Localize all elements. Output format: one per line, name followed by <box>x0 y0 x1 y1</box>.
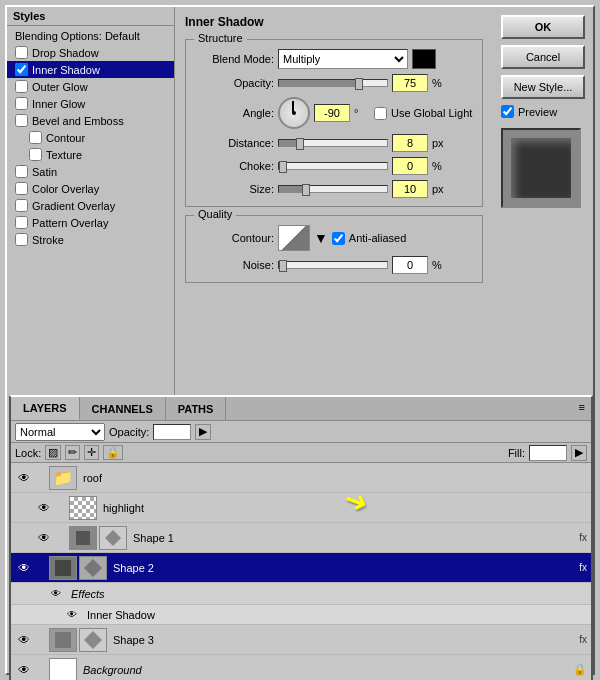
panel-menu-button[interactable]: ≡ <box>573 397 591 420</box>
layer-row-shape3[interactable]: 👁 Shape 3 fx <box>11 625 591 655</box>
drop-shadow-checkbox[interactable] <box>15 46 28 59</box>
cancel-button[interactable]: Cancel <box>501 45 585 69</box>
outer-glow-checkbox[interactable] <box>15 80 28 93</box>
pattern-overlay-checkbox[interactable] <box>15 216 28 229</box>
noise-input[interactable]: 0 <box>392 256 428 274</box>
eye-icon-highlight[interactable]: 👁 <box>35 499 53 517</box>
style-item-blending[interactable]: Blending Options: Default <box>7 28 174 44</box>
eye-icon-shape3[interactable]: 👁 <box>15 631 33 649</box>
eye-icon-inner-shadow-effect[interactable]: 👁 <box>63 606 81 624</box>
anti-aliased-checkbox[interactable] <box>332 232 345 245</box>
fill-input[interactable]: 100% <box>529 445 567 461</box>
style-item-stroke[interactable]: Stroke <box>7 231 174 248</box>
choke-thumb[interactable] <box>279 161 287 173</box>
style-item-gradient-overlay[interactable]: Gradient Overlay <box>7 197 174 214</box>
new-style-button[interactable]: New Style... <box>501 75 585 99</box>
style-item-satin[interactable]: Satin <box>7 163 174 180</box>
layers-blend-mode-select[interactable]: Normal <box>15 423 105 441</box>
eye-icon-background[interactable]: 👁 <box>15 661 33 679</box>
chain-shape1 <box>55 529 67 547</box>
lock-paint-btn[interactable]: ✏ <box>65 445 80 460</box>
opacity-slider[interactable] <box>278 79 388 87</box>
svg-rect-0 <box>76 531 90 545</box>
chain-shape3 <box>35 631 47 649</box>
section-title: Inner Shadow <box>185 15 483 29</box>
noise-thumb[interactable] <box>279 260 287 272</box>
style-item-contour[interactable]: Contour <box>7 129 174 146</box>
stroke-checkbox[interactable] <box>15 233 28 246</box>
preview-checkbox[interactable] <box>501 105 514 118</box>
layer-row-highlight[interactable]: 👁 highlight <box>11 493 591 523</box>
layers-list: 👁 📁 roof 👁 highlight 👁 <box>11 463 591 680</box>
contour-label: Contour: <box>194 232 274 244</box>
texture-checkbox[interactable] <box>29 148 42 161</box>
lock-position-btn[interactable]: ✛ <box>84 445 99 460</box>
angle-dial[interactable] <box>278 97 310 129</box>
angle-input[interactable]: -90 <box>314 104 350 122</box>
use-global-light-checkbox[interactable] <box>374 107 387 120</box>
lock-transparency-btn[interactable]: ▨ <box>45 445 61 460</box>
opacity-toolbar-input[interactable]: 100% <box>153 424 191 440</box>
style-item-color-overlay[interactable]: Color Overlay <box>7 180 174 197</box>
size-slider[interactable] <box>278 185 388 193</box>
style-item-drop-shadow[interactable]: Drop Shadow <box>7 44 174 61</box>
tab-paths[interactable]: PATHS <box>166 397 227 420</box>
layer-row-effects[interactable]: 👁 Effects <box>11 583 591 605</box>
style-item-pattern-overlay[interactable]: Pattern Overlay <box>7 214 174 231</box>
blend-color-swatch[interactable] <box>412 49 436 69</box>
thumb-shape3-mask <box>79 628 107 652</box>
tab-layers[interactable]: LAYERS <box>11 397 80 420</box>
layer-row-background[interactable]: 👁 Background 🔒 <box>11 655 591 680</box>
layers-tabs: LAYERS CHANNELS PATHS ≡ <box>11 397 591 421</box>
layer-row-shape2[interactable]: 👁 Shape 2 fx <box>11 553 591 583</box>
style-item-inner-shadow[interactable]: Inner Shadow <box>7 61 174 78</box>
eye-icon-roof[interactable]: 👁 <box>15 469 33 487</box>
opacity-stepper[interactable]: ▶ <box>195 424 211 440</box>
layer-row-roof[interactable]: 👁 📁 roof <box>11 463 591 493</box>
style-item-outer-glow[interactable]: Outer Glow <box>7 78 174 95</box>
use-global-light-label: Use Global Light <box>391 107 472 119</box>
contour-checkbox[interactable] <box>29 131 42 144</box>
contour-dropdown-arrow[interactable]: ▼ <box>314 230 328 246</box>
style-item-inner-glow[interactable]: Inner Glow <box>7 95 174 112</box>
opacity-label: Opacity: <box>194 77 274 89</box>
eye-icon-shape2[interactable]: 👁 <box>15 559 33 577</box>
distance-unit: px <box>432 137 448 149</box>
size-row: Size: 10 px <box>194 180 474 198</box>
blend-mode-select[interactable]: Multiply Normal Screen Overlay <box>278 49 408 69</box>
size-thumb[interactable] <box>302 184 310 196</box>
bevel-emboss-checkbox[interactable] <box>15 114 28 127</box>
ok-button[interactable]: OK <box>501 15 585 39</box>
noise-slider[interactable] <box>278 261 388 269</box>
inner-glow-checkbox[interactable] <box>15 97 28 110</box>
opacity-thumb[interactable] <box>355 78 363 90</box>
eye-icon-shape1[interactable]: 👁 <box>35 529 53 547</box>
satin-checkbox[interactable] <box>15 165 28 178</box>
style-item-texture[interactable]: Texture <box>7 146 174 163</box>
distance-label: Distance: <box>194 137 274 149</box>
fill-stepper[interactable]: ▶ <box>571 445 587 461</box>
gradient-overlay-checkbox[interactable] <box>15 199 28 212</box>
opacity-input[interactable]: 75 <box>392 74 428 92</box>
thumb-shape2-layer <box>49 556 77 580</box>
eye-icon-effects[interactable]: 👁 <box>47 585 65 603</box>
thumb-roof: 📁 <box>49 466 77 490</box>
distance-thumb[interactable] <box>296 138 304 150</box>
svg-marker-3 <box>84 559 102 577</box>
lock-all-btn[interactable]: 🔒 <box>103 445 123 460</box>
distance-slider[interactable] <box>278 139 388 147</box>
size-input[interactable]: 10 <box>392 180 428 198</box>
contour-preview[interactable] <box>278 225 310 251</box>
choke-input[interactable]: 0 <box>392 157 428 175</box>
angle-unit: ° <box>354 107 370 119</box>
shape1-mask-icon <box>102 527 124 549</box>
angle-row: Angle: -90 ° Use Global Light <box>194 97 474 129</box>
style-item-bevel-emboss[interactable]: Bevel and Emboss <box>7 112 174 129</box>
layer-row-inner-shadow-effect[interactable]: 👁 Inner Shadow <box>11 605 591 625</box>
layer-row-shape1[interactable]: 👁 Shape 1 fx <box>11 523 591 553</box>
inner-shadow-checkbox[interactable] <box>15 63 28 76</box>
color-overlay-checkbox[interactable] <box>15 182 28 195</box>
tab-channels[interactable]: CHANNELS <box>80 397 166 420</box>
distance-input[interactable]: 8 <box>392 134 428 152</box>
choke-slider[interactable] <box>278 162 388 170</box>
